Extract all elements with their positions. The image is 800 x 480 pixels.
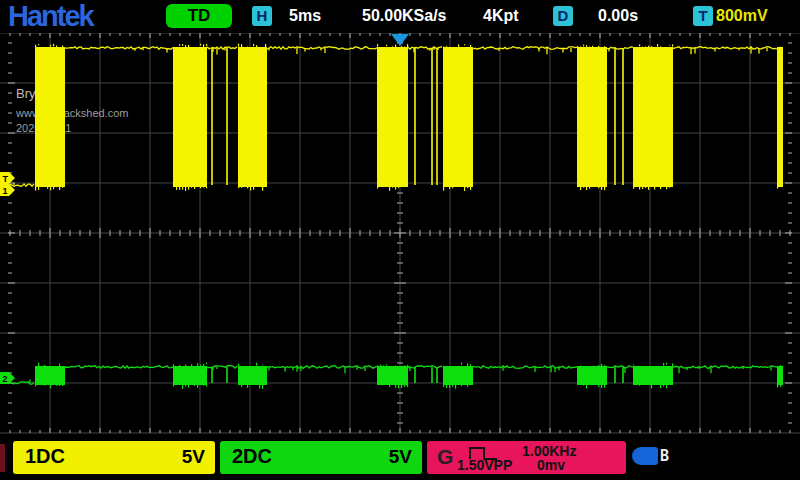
- ch1-label: 1DC: [25, 445, 65, 468]
- svg-text:1: 1: [3, 186, 8, 196]
- channel-bar: 1DC 5V 2DC 5V G 1.00KHz 1.50VPP 0mv B: [0, 438, 800, 480]
- delay-menu-icon[interactable]: D: [553, 6, 573, 26]
- ch1-scale: 5V: [182, 446, 205, 468]
- scope-graticule: [0, 0, 800, 480]
- trigger-level-value: 800mV: [716, 7, 768, 25]
- edge-marker: [0, 444, 5, 472]
- status-bar: Hantek TD H 5ms 50.00KSa/s 4Kpt D 0.00s …: [0, 0, 800, 33]
- svg-text:2: 2: [3, 374, 8, 384]
- generator-offset: 0mv: [537, 457, 565, 473]
- waveform-display: T12: [0, 0, 800, 480]
- memory-depth-value: 4Kpt: [483, 7, 519, 25]
- usb-b-indicator: B: [660, 447, 669, 465]
- trigger-menu-icon[interactable]: T: [693, 6, 713, 26]
- annotation-user: Bryan1: [16, 86, 57, 101]
- generator-amplitude: 1.50VPP: [457, 457, 512, 473]
- annotation-url: www.thebackshed.com: [16, 107, 129, 119]
- horizontal-menu-icon[interactable]: H: [252, 6, 272, 26]
- generator-label: G: [437, 445, 453, 469]
- ch2-label: 2DC: [232, 445, 272, 468]
- annotation-date: 2026-03-11: [16, 122, 71, 134]
- ch2-scale: 5V: [389, 446, 412, 468]
- acquisition-mode-button[interactable]: TD: [166, 4, 232, 28]
- usb-device-icon[interactable]: [632, 447, 658, 465]
- svg-text:T: T: [3, 174, 9, 184]
- horizontal-offset-value: 0.00s: [598, 7, 638, 25]
- sample-rate-value: 50.00KSa/s: [362, 7, 447, 25]
- generator-box[interactable]: G 1.00KHz 1.50VPP 0mv: [427, 441, 626, 474]
- timebase-value: 5ms: [289, 7, 321, 25]
- ch2-box[interactable]: 2DC 5V: [220, 441, 422, 474]
- ch1-box[interactable]: 1DC 5V: [13, 441, 215, 474]
- brand-logo: Hantek: [8, 0, 93, 33]
